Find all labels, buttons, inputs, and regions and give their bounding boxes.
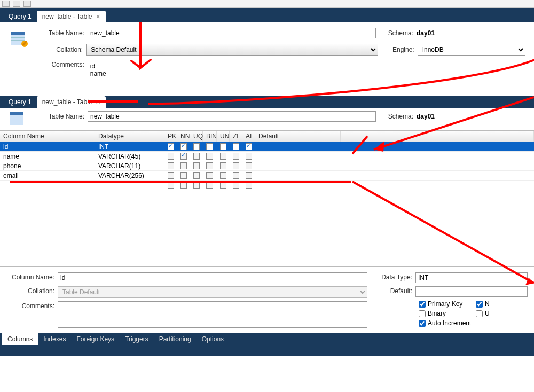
cell-ai[interactable] [242, 171, 255, 180]
cell-datatype[interactable]: VARCHAR(45) [95, 152, 164, 161]
tab-partitioning[interactable]: Partitioning [154, 333, 197, 345]
un-checkbox[interactable] [220, 172, 226, 179]
table-row[interactable]: nameVARCHAR(45) [0, 152, 534, 161]
close-icon[interactable]: ✕ [96, 13, 100, 20]
cell-un[interactable] [217, 142, 230, 151]
autoincrement-checkbox[interactable] [419, 320, 426, 327]
uq-checkbox[interactable] [193, 153, 200, 160]
pk-checkbox[interactable] [168, 153, 174, 160]
cell-default[interactable] [255, 142, 341, 151]
nn-checkbox[interactable] [180, 153, 187, 160]
blank-checkbox[interactable] [180, 182, 187, 189]
tab-triggers[interactable]: Triggers [120, 333, 154, 345]
un-checkbox[interactable] [220, 153, 226, 160]
cell-name[interactable]: id [0, 142, 95, 151]
cell-nn[interactable] [177, 171, 190, 180]
cell-ai[interactable] [242, 142, 255, 151]
chk-binary[interactable]: Binary [419, 310, 470, 317]
cell-bin[interactable] [203, 161, 217, 170]
ai-checkbox[interactable] [246, 162, 252, 169]
default-input[interactable] [415, 286, 528, 297]
col-header-datatype[interactable]: Datatype [95, 131, 164, 142]
pk-checkbox[interactable] [168, 162, 174, 169]
cell-name[interactable]: phone [0, 161, 95, 170]
col-header-nn[interactable]: NN [177, 131, 190, 142]
blank-checkbox[interactable] [193, 182, 200, 189]
comments-textarea[interactable]: id name [88, 61, 525, 82]
chk-unsigned[interactable]: U [476, 310, 528, 317]
cell-ai[interactable] [242, 161, 255, 170]
table-name-input[interactable] [88, 28, 376, 38]
cell-default[interactable] [255, 161, 341, 170]
tab-newtable-lower[interactable]: new_table - Table ✕ [37, 96, 106, 108]
bin-checkbox[interactable] [206, 162, 213, 169]
cell-nn[interactable] [177, 142, 190, 151]
chk-autoincrement[interactable]: Auto Increment [419, 319, 528, 327]
cell-ai[interactable] [242, 152, 255, 161]
blank-checkbox[interactable] [246, 182, 252, 189]
uq-checkbox[interactable] [193, 143, 200, 150]
blank-checkbox[interactable] [233, 182, 239, 189]
sql-icon[interactable] [2, 1, 10, 7]
nn-checkbox[interactable] [180, 143, 187, 150]
blank-checkbox[interactable] [206, 182, 213, 189]
tab-query1-upper[interactable]: Query 1 [3, 11, 37, 22]
cell-name[interactable]: name [0, 152, 95, 161]
pk-checkbox[interactable] [168, 172, 174, 179]
bin-checkbox[interactable] [206, 153, 213, 160]
col-header-uq[interactable]: UQ [190, 131, 203, 142]
cell-un[interactable] [217, 171, 230, 180]
ai-checkbox[interactable] [246, 143, 252, 150]
cell-datatype[interactable]: VARCHAR(11) [95, 161, 164, 170]
cell-uq[interactable] [190, 152, 203, 161]
tab-columns[interactable]: Columns [2, 333, 38, 345]
table-row-empty[interactable] [0, 181, 534, 190]
bin-checkbox[interactable] [206, 143, 213, 150]
table-row[interactable]: phoneVARCHAR(11) [0, 161, 534, 171]
cell-pk[interactable] [164, 152, 177, 161]
cell-pk[interactable] [164, 161, 177, 170]
cell-default[interactable] [255, 152, 341, 161]
col-header-zf[interactable]: ZF [230, 131, 242, 142]
table-row[interactable]: emailVARCHAR(256) [0, 171, 534, 181]
col-header-default[interactable]: Default [255, 131, 341, 142]
col-header-bin[interactable]: BIN [203, 131, 217, 142]
cell-nn[interactable] [177, 152, 190, 161]
exec-icon[interactable] [13, 1, 20, 7]
cell-zf[interactable] [230, 161, 242, 170]
cell-bin[interactable] [203, 142, 217, 151]
tab-foreign-keys[interactable]: Foreign Keys [71, 333, 120, 345]
ai-checkbox[interactable] [246, 153, 252, 160]
binary-checkbox[interactable] [419, 310, 426, 317]
cell-pk[interactable] [164, 142, 177, 151]
col-header-name[interactable]: Column Name [0, 131, 95, 142]
collation-select[interactable]: Schema Default [86, 44, 378, 56]
nn-checkbox[interactable] [180, 172, 187, 179]
engine-select[interactable]: InnoDB [418, 44, 525, 56]
cell-bin[interactable] [203, 152, 217, 161]
cell-bin[interactable] [203, 171, 217, 180]
pk-checkbox[interactable] [168, 143, 174, 150]
table-name-input[interactable] [88, 111, 376, 122]
columns-grid[interactable]: Column Name Datatype PK NN UQ BIN UN ZF … [0, 130, 534, 266]
cell-un[interactable] [217, 152, 230, 161]
table-row[interactable]: idINT [0, 142, 534, 152]
un-checkbox[interactable] [220, 162, 226, 169]
blank-checkbox[interactable] [220, 182, 226, 189]
blank-checkbox[interactable] [168, 182, 174, 189]
primary-key-checkbox[interactable] [419, 301, 426, 308]
comments-textarea[interactable] [58, 301, 367, 328]
nn-checkbox[interactable] [180, 162, 187, 169]
zf-checkbox[interactable] [233, 172, 239, 179]
colname-input[interactable] [58, 272, 367, 283]
chk-primary-key[interactable]: Primary Key [419, 300, 470, 308]
datatype-input[interactable] [415, 272, 528, 283]
cell-datatype[interactable]: INT [95, 142, 164, 151]
cell-datatype[interactable]: VARCHAR(256) [95, 171, 164, 180]
col-header-ai[interactable]: AI [242, 131, 255, 142]
cell-zf[interactable] [230, 171, 242, 180]
chk-notnull[interactable]: N [476, 300, 528, 308]
close-icon[interactable]: ✕ [96, 99, 100, 106]
col-header-pk[interactable]: PK [164, 131, 177, 142]
cell-uq[interactable] [190, 161, 203, 170]
